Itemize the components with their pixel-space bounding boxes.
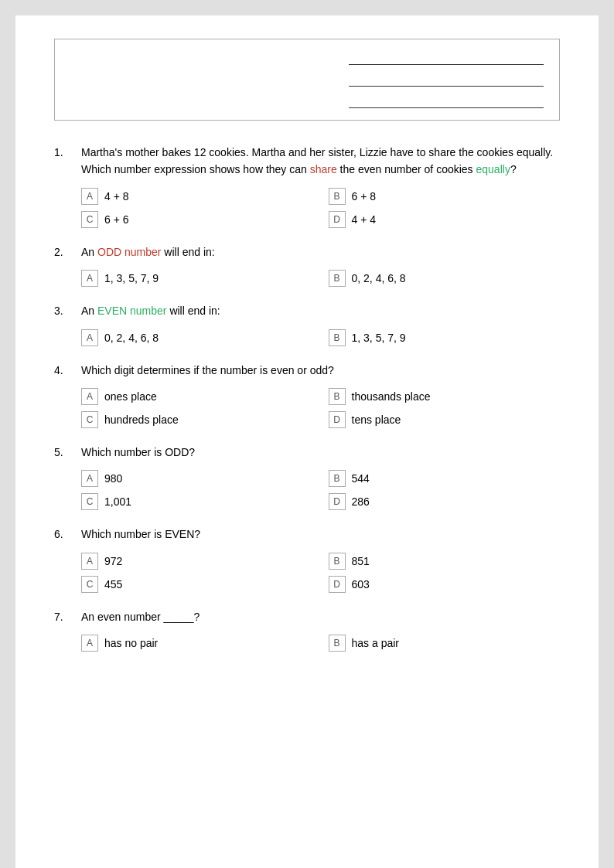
option-text: has no pair [104,637,158,649]
option-letter: C [81,576,98,593]
option-item[interactable]: A0, 2, 4, 6, 8 [81,329,313,346]
question-number: 1. [54,144,73,179]
option-item[interactable]: A972 [81,553,313,570]
question-block: 4.Which digit determines if the number i… [54,362,560,428]
question-text-row: 1.Martha's mother bakes 12 cookies. Mart… [54,144,560,179]
options-grid: Aones placeBthousands placeChundreds pla… [81,388,560,428]
option-letter: B [329,470,346,487]
question-body: Which number is ODD? [81,444,195,461]
question-text-row: 6.Which number is EVEN? [54,526,560,543]
question-body: Which number is EVEN? [81,526,200,543]
option-item[interactable]: D4 + 4 [329,211,561,228]
highlight-red-text: share [310,163,337,175]
options-grid: A980B544C1,001D286 [81,470,560,510]
header-box [54,39,560,121]
option-text: 603 [352,578,370,591]
option-item[interactable]: C455 [81,576,313,593]
questions-container: 1.Martha's mother bakes 12 cookies. Mart… [54,144,560,652]
option-text: hundreds place [104,414,179,426]
option-item[interactable]: Dtens place [329,411,561,428]
question-text-row: 2.An ODD number will end in: [54,243,560,260]
option-item[interactable]: Bthousands place [329,388,561,405]
option-item[interactable]: B6 + 8 [329,188,561,205]
option-letter: B [329,635,346,652]
option-item[interactable]: C1,001 [81,493,313,510]
option-text: 1,001 [104,495,131,508]
option-text: 851 [352,555,370,567]
question-block: 7.An even number _____?Ahas no pairBhas … [54,608,560,652]
options-grid: A972B851C455D603 [81,553,560,593]
date-line [349,94,544,108]
question-block: 5.Which number is ODD?A980B544C1,001D286 [54,444,560,510]
question-number: 6. [54,526,73,543]
option-item[interactable]: B0, 2, 4, 6, 8 [329,270,561,287]
question-block: 6.Which number is EVEN?A972B851C455D603 [54,526,560,592]
options-grid: Ahas no pairBhas a pair [81,635,560,652]
option-letter: A [81,188,98,205]
option-item[interactable]: B1, 3, 5, 7, 9 [329,329,561,346]
header-right [283,39,559,120]
option-letter: A [81,553,98,570]
option-item[interactable]: B851 [329,553,561,570]
question-block: 3.An EVEN number will end in:A0, 2, 4, 6… [54,302,560,345]
option-text: 1, 3, 5, 7, 9 [104,272,159,284]
option-text: 0, 2, 4, 6, 8 [352,272,406,284]
question-number: 5. [54,444,73,461]
question-text-row: 5.Which number is ODD? [54,444,560,461]
option-item[interactable]: Bhas a pair [329,635,561,652]
option-letter: A [81,470,98,487]
question-body: An EVEN number will end in: [81,302,220,319]
name-line [349,51,544,65]
option-item[interactable]: Ahas no pair [81,635,313,652]
option-letter: A [81,329,98,346]
options-grid: A4 + 8B6 + 8C6 + 6D4 + 4 [81,188,560,228]
question-number: 7. [54,608,73,625]
question-body: An ODD number will end in: [81,243,215,260]
option-letter: C [81,211,98,228]
option-text: ones place [104,390,157,403]
option-letter: B [329,270,346,287]
option-item[interactable]: B544 [329,470,561,487]
option-text: 6 + 6 [104,213,129,226]
question-number: 3. [54,302,73,319]
option-letter: B [329,188,346,205]
highlight-green-text: EVEN number [97,305,166,317]
option-text: 544 [352,472,370,485]
option-letter: B [329,553,346,570]
class-line [349,73,544,87]
highlight-red-text: ODD number [97,246,161,258]
option-item[interactable]: Chundreds place [81,411,313,428]
header-left [55,39,283,120]
question-text-row: 7.An even number _____? [54,608,560,625]
option-letter: D [329,211,346,228]
question-body: Which digit determines if the number is … [81,362,334,379]
option-text: 455 [104,578,122,591]
question-number: 4. [54,362,73,379]
option-letter: A [81,388,98,405]
option-item[interactable]: D286 [329,493,561,510]
question-block: 2.An ODD number will end in:A1, 3, 5, 7,… [54,243,560,287]
option-text: thousands place [352,390,431,403]
question-text-row: 4.Which digit determines if the number i… [54,362,560,379]
option-text: 972 [104,555,122,567]
option-item[interactable]: A980 [81,470,313,487]
option-text: 980 [104,472,122,485]
question-text-row: 3.An EVEN number will end in: [54,302,560,319]
class-field-row [298,73,544,87]
option-item[interactable]: A4 + 8 [81,188,313,205]
question-body: Martha's mother bakes 12 cookies. Martha… [81,144,560,179]
option-item[interactable]: A1, 3, 5, 7, 9 [81,270,313,287]
page: 1.Martha's mother bakes 12 cookies. Mart… [15,15,599,868]
option-item[interactable]: Aones place [81,388,313,405]
option-letter: B [329,329,346,346]
question-body: An even number _____? [81,608,200,625]
question-number: 2. [54,243,73,260]
date-field-row [298,94,544,108]
option-letter: D [329,576,346,593]
option-text: 4 + 8 [104,190,129,203]
option-item[interactable]: D603 [329,576,561,593]
options-grid: A1, 3, 5, 7, 9B0, 2, 4, 6, 8 [81,270,560,287]
option-item[interactable]: C6 + 6 [81,211,313,228]
option-text: 0, 2, 4, 6, 8 [104,332,159,344]
option-text: has a pair [352,637,399,649]
